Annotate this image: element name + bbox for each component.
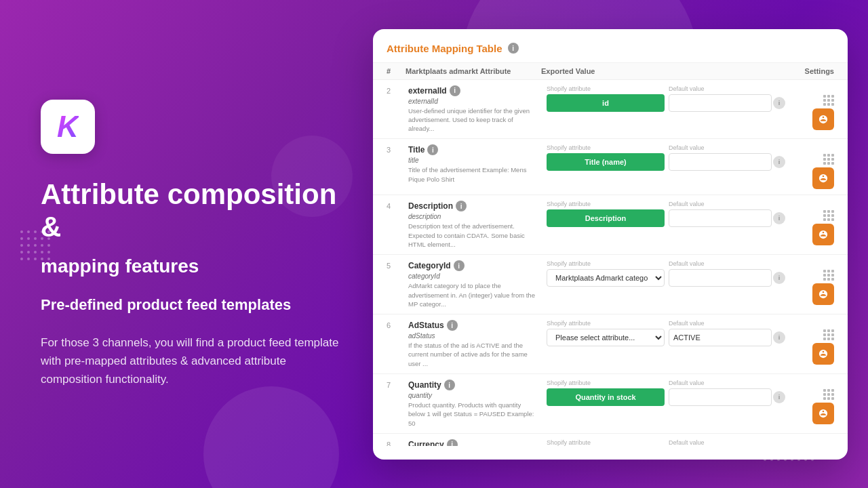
attribute-block: AdStatusiadStatusIf the status of the ad… [408,320,544,368]
attr-info-icon[interactable]: i [454,260,465,271]
shopify-attribute-select[interactable]: Please select attribute... [547,329,665,346]
attr-info-icon[interactable]: i [427,144,438,155]
exported-block: Shopify attributeDescriptionDefault valu… [547,201,777,227]
row-number: 3 [387,144,406,154]
tagline: Pre-defined product feed templates [41,296,339,314]
default-field-wrap: i [669,94,777,112]
grid-dots-icon [823,154,834,165]
default-value-input[interactable] [669,388,772,406]
attribute-block: QuantityiquantityProduct quantity. Produ… [408,380,544,428]
default-field-group: Default valuei [669,144,777,171]
attribute-key: title [408,157,538,164]
shopify-value-green[interactable]: Title (name) [547,153,665,171]
table-row: 6AdStatusiadStatusIf the status of the a… [373,314,848,374]
settings-button[interactable] [812,283,834,305]
exported-block: Shopify attributeidDefault valuei [547,85,777,112]
description: For those 3 channels, you will find a pr… [41,333,339,389]
shopify-field-group: Shopify attributeQuantity in stock [547,380,665,406]
attribute-block: TitleititleTitle of the advertisement Ex… [408,144,544,184]
exported-block: Shopify attributeMarktplaats Admarkt cat… [547,260,777,287]
default-field-wrap: i [669,153,777,171]
settings-button[interactable] [812,224,834,245]
default-field-wrap: i [669,209,777,227]
attribute-key: description [408,213,538,220]
table-row: 4DescriptionidescriptionDescription text… [373,195,848,255]
settings-button[interactable] [812,108,834,130]
table-row: 8CurrencyicurrencyThe currency must be s… [373,434,848,446]
default-label: Default value [669,201,777,207]
default-value-input[interactable] [669,329,772,346]
shopify-field-group: Shopify attributeMarktplaats Admarkt cat… [547,260,665,287]
attribute-desc: Description text of the advertisement. E… [408,222,538,249]
settings-block [780,260,834,305]
col-hash: # [387,67,406,75]
settings-block [780,144,834,189]
settings-block [780,439,834,446]
attr-info-icon[interactable]: i [450,85,460,96]
attribute-block: CategoryIdicategoryIdAdMarkt category Id… [408,260,544,308]
grid-dots-icon [823,95,834,106]
attr-info-icon[interactable]: i [456,201,467,211]
settings-button[interactable] [812,403,834,424]
settings-button[interactable] [812,167,834,189]
default-field-group: Default valuei [669,439,777,446]
logo-letter: K [57,112,79,142]
shopify-value-green[interactable]: Description [547,209,665,227]
attribute-key: externalId [408,98,538,105]
shopify-field-group: Shopify attributeDescription [547,201,665,227]
exported-block: Shopify attributePlease select attribute… [547,320,777,346]
exported-row: Shopify attributeMarktplaats Admarkt cat… [547,260,777,287]
attr-info-icon[interactable]: i [447,320,458,331]
settings-block [780,320,834,365]
attribute-block: CurrencyicurrencyThe currency must be se… [408,439,544,446]
title-info-icon[interactable]: i [508,43,519,54]
table-row: 5CategoryIdicategoryIdAdMarkt category I… [373,255,848,314]
attr-info-icon[interactable]: i [444,380,455,390]
shopify-value-green[interactable]: id [547,94,665,112]
default-value-input[interactable] [669,269,772,287]
attribute-key: categoryId [408,272,538,280]
shopify-label: Shopify attribute [547,439,665,446]
exported-row: Shopify attributeTitle (name)Default val… [547,144,777,171]
default-value-input[interactable] [669,209,772,227]
exported-row: Shopify attributeStore currencyDefault v… [547,439,777,446]
attribute-desc: If the status of the ad is ACTIVE and th… [408,341,538,368]
shopify-field-group: Shopify attributeid [547,85,665,112]
row-number: 5 [387,260,406,270]
attribute-block: externalIdiexternalIdUser-defined unique… [408,85,544,134]
settings-button[interactable] [812,343,834,365]
left-panel: K Attribute composition & mapping featur… [0,0,380,488]
default-label: Default value [669,439,777,446]
grid-dots-icon [823,270,834,281]
shopify-label: Shopify attribute [547,320,665,327]
grid-dots-icon [823,389,834,400]
headline: Attribute composition & [41,178,339,244]
table-header: # Marktplaats admarkt Attribute Exported… [373,63,848,80]
attr-info-icon[interactable]: i [447,439,458,446]
default-label: Default value [669,144,777,151]
default-field-group: Default valuei [669,201,777,227]
default-value-input[interactable] [669,153,772,171]
attribute-desc: Product quantity. Products with quantity… [408,401,538,428]
attribute-block: DescriptionidescriptionDescription text … [408,201,544,249]
shopify-field-group: Shopify attributeTitle (name) [547,144,665,171]
default-label: Default value [669,260,777,267]
default-field-wrap: i [669,388,777,406]
shopify-label: Shopify attribute [547,260,665,267]
exported-block: Shopify attributeQuantity in stockDefaul… [547,380,777,406]
table-row: 2externalIdiexternalIdUser-defined uniqu… [373,80,848,140]
shopify-label: Shopify attribute [547,380,665,386]
default-value-input[interactable] [669,94,772,112]
attribute-mapping-card: Attribute Mapping Table i # Marktplaats … [373,29,848,460]
shopify-field-group: Shopify attributeStore currency [547,439,665,446]
default-label: Default value [669,320,777,327]
attribute-name: externalIdi [408,85,538,96]
row-number: 4 [387,201,406,210]
row-number: 2 [387,85,406,95]
shopify-attribute-select[interactable]: Marktplaats Admarkt category id [547,269,665,287]
default-field-group: Default valuei [669,320,777,346]
exported-row: Shopify attributeDescriptionDefault valu… [547,201,777,227]
default-label: Default value [669,85,777,92]
shopify-value-green[interactable]: Quantity in stock [547,388,665,406]
right-panel: Attribute Mapping Table i # Marktplaats … [353,0,868,488]
